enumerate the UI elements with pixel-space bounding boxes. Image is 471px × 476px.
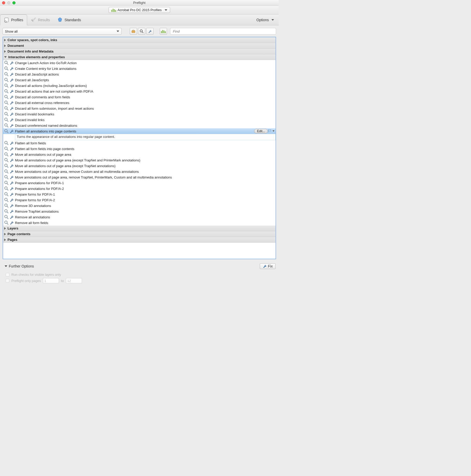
fixup-item[interactable]: Flatten all form fields	[3, 140, 276, 146]
view-fixups-button[interactable]	[146, 28, 154, 35]
fixup-item-label: Flatten all form fields	[15, 141, 46, 145]
magnify-icon	[4, 163, 9, 168]
close-window-button[interactable]	[2, 1, 5, 4]
magnify-icon	[4, 106, 9, 111]
fixup-item-label: Discard all external cross references	[15, 101, 69, 105]
wrench-icon	[9, 112, 14, 116]
view-checks-button[interactable]	[138, 28, 145, 35]
fixup-item-label: Discard all comments and form fields	[15, 95, 70, 99]
visible-layers-option: Run checks for visible layers only	[6, 273, 276, 277]
fixup-item-label: Discard all actions (including JavaScrip…	[15, 84, 87, 88]
category-row[interactable]: Document	[3, 43, 276, 49]
profile-library-select[interactable]: Acrobat Pro DC 2015 Profiles	[109, 7, 170, 13]
fixup-item[interactable]: Discard all external cross references	[3, 100, 276, 106]
fixup-item-label: Prepare annotations for PDF/A-1	[15, 181, 64, 185]
fixup-item[interactable]: Prepare annotations for PDF/A-2	[3, 186, 276, 191]
page-range-checkbox[interactable]	[6, 279, 9, 282]
results-icon	[31, 17, 36, 23]
fixup-item-label: Discard all JavaScript actions	[15, 72, 59, 76]
fixup-item[interactable]: Move annotations out of page area, remov…	[3, 169, 276, 174]
fixup-item[interactable]: Change Launch Action into GoToR Action	[3, 60, 276, 66]
find-input[interactable]	[170, 28, 276, 35]
wrench-icon	[9, 220, 14, 225]
options-menu[interactable]: Options	[252, 14, 279, 25]
category-row[interactable]: Pages	[3, 237, 276, 243]
magnify-icon	[4, 152, 9, 157]
fixup-item[interactable]: Discard invalid bookmarks	[3, 111, 276, 117]
window-controls	[2, 1, 16, 4]
fixup-item[interactable]: Create Content entry for Link annotation…	[3, 66, 276, 71]
tab-results[interactable]: Results	[27, 14, 54, 25]
page-from-input[interactable]	[43, 278, 59, 283]
fixup-item-label: Discard invalid links	[15, 118, 44, 122]
fixup-item[interactable]: Prepare forms for PDF/A-2	[3, 197, 276, 203]
item-menu-icon[interactable]	[272, 130, 275, 132]
fixup-item[interactable]: Discard all comments and form fields	[3, 94, 276, 100]
category-row[interactable]: Document info and Metadata	[3, 49, 276, 54]
fixup-item[interactable]: Discard all actions that are not complia…	[3, 88, 276, 94]
fixup-item[interactable]: Prepare forms for PDF/A-1	[3, 191, 276, 197]
fixup-item[interactable]: Discard all JavaScripts	[3, 77, 276, 83]
disclosure-triangle-icon	[4, 239, 6, 241]
magnify-icon	[4, 66, 9, 71]
category-row[interactable]: Layers	[3, 226, 276, 231]
wrench-icon	[9, 158, 14, 162]
tab-standards[interactable]: Standards	[54, 14, 85, 25]
fixup-item[interactable]: Discard all actions (including JavaScrip…	[3, 83, 276, 88]
fixup-item[interactable]: Flatten all annotations into page conten…	[3, 128, 276, 134]
fixup-item[interactable]: Remove TrapNet annotations	[3, 209, 276, 214]
tab-profiles[interactable]: Profiles	[0, 14, 27, 25]
tab-standards-label: Standards	[64, 18, 81, 22]
fixup-item[interactable]: Remove all form fields	[3, 220, 276, 226]
fix-button[interactable]: Fix	[260, 263, 276, 269]
magnify-icon	[4, 100, 9, 105]
fixup-item[interactable]: Move annotations out of page area, remov…	[3, 174, 276, 180]
fixup-item[interactable]: Move all annotations out of page area	[3, 152, 276, 157]
fixup-item-label: Flatten all form fields into page conten…	[15, 147, 74, 151]
flag-icon[interactable]	[268, 129, 271, 133]
fixup-item[interactable]: Discard unreferenced named destinations	[3, 123, 276, 128]
further-toggle-icon[interactable]	[5, 265, 7, 267]
fixup-item[interactable]: Move all annotations out of page area (e…	[3, 163, 276, 169]
profiles-icon	[4, 17, 10, 23]
page-to-input[interactable]	[66, 278, 82, 283]
wrench-icon	[9, 83, 14, 88]
fixup-item[interactable]: Prepare annotations for PDF/A-1	[3, 180, 276, 186]
zoom-window-button[interactable]	[12, 1, 16, 4]
category-label: Interactive elements and properties	[8, 55, 65, 59]
title-bar: Preflight	[0, 0, 279, 6]
fixup-item[interactable]: Discard all form submission, import and …	[3, 106, 276, 111]
wrench-icon	[9, 146, 14, 151]
wrench-icon	[9, 175, 14, 180]
options-menu-label: Options	[256, 18, 269, 22]
filter-dropdown[interactable]: Show all	[3, 28, 121, 35]
fixup-item-label: Move annotations out of page area, remov…	[15, 175, 172, 179]
category-row[interactable]: Page contents	[3, 231, 276, 237]
category-row[interactable]: Interactive elements and properties	[3, 54, 276, 60]
fixup-item[interactable]: Move all annotations out of page area (e…	[3, 157, 276, 163]
fixup-item[interactable]: Remove 3D annotations	[3, 203, 276, 209]
visible-layers-checkbox[interactable]	[6, 273, 9, 277]
fixup-item[interactable]: Flatten all form fields into page conten…	[3, 146, 276, 152]
fixup-item[interactable]: Discard all JavaScript actions	[3, 71, 276, 77]
fixup-item-label: Prepare annotations for PDF/A-2	[15, 187, 64, 191]
fixup-item-label: Move all annotations out of page area	[15, 153, 71, 157]
edit-button[interactable]: Edit...	[254, 129, 268, 133]
category-row[interactable]: Color spaces, spot colors, inks	[3, 37, 276, 43]
fixup-item[interactable]: Discard invalid links	[3, 117, 276, 123]
magnify-icon	[140, 29, 144, 33]
wrench-icon	[263, 264, 267, 268]
fixup-item[interactable]: Remove all annotations	[3, 214, 276, 220]
disclosure-triangle-icon	[4, 39, 6, 41]
library-button[interactable]	[160, 28, 167, 35]
toolbar: Show all	[0, 25, 279, 37]
view-profiles-button[interactable]	[130, 28, 137, 35]
magnify-icon	[4, 158, 9, 162]
profile-bar: Acrobat Pro DC 2015 Profiles	[0, 6, 279, 14]
further-options-label: Further Options	[9, 264, 34, 268]
minimize-window-button[interactable]	[7, 1, 10, 4]
magnify-icon	[4, 61, 9, 65]
wrench-icon	[9, 106, 14, 111]
wrench-icon	[9, 192, 14, 197]
wrench-icon	[9, 129, 14, 133]
